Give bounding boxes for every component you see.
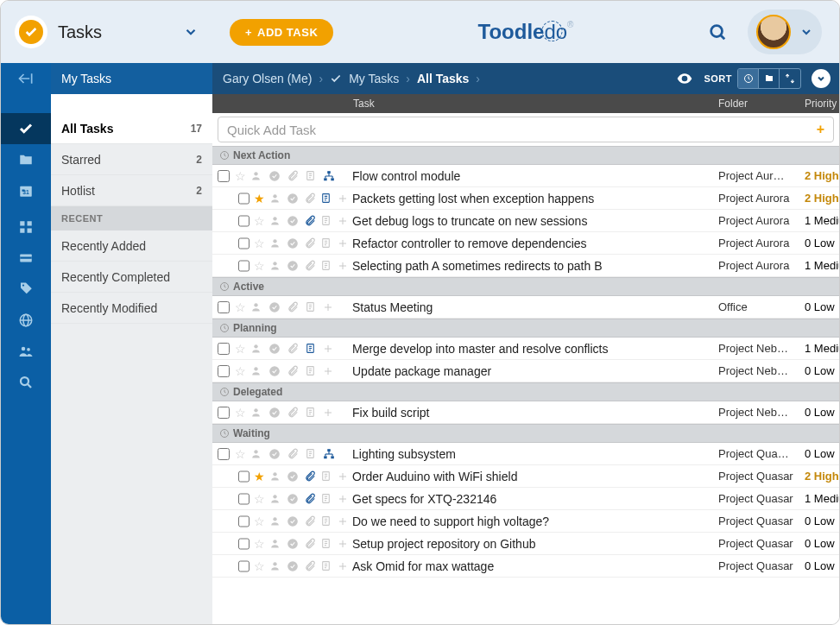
task-row[interactable]: ☆ Update package manager Project Neb… 0 …: [212, 360, 839, 382]
note-icon[interactable]: [320, 260, 335, 271]
rail-item-people[interactable]: [1, 336, 51, 367]
status-icon[interactable]: [268, 170, 284, 182]
note-icon[interactable]: [305, 343, 320, 354]
task-title[interactable]: Order Auduino with WiFi shield: [352, 470, 718, 483]
sort-by-priority[interactable]: [780, 69, 800, 88]
task-folder[interactable]: Project Quasar: [718, 470, 805, 483]
drag-handle-icon[interactable]: [338, 261, 352, 271]
task-checkbox[interactable]: [218, 448, 230, 460]
status-icon[interactable]: [287, 237, 301, 249]
person-icon[interactable]: [269, 538, 284, 549]
task-checkbox[interactable]: [238, 215, 249, 227]
task-title[interactable]: Ask Omid for max wattage: [352, 559, 718, 573]
sidebar-item[interactable]: Recently Added: [51, 230, 212, 262]
note-icon[interactable]: [320, 538, 335, 549]
task-title[interactable]: Get debug logs to truncate on new sessio…: [352, 214, 718, 228]
star-icon[interactable]: ☆: [232, 406, 248, 420]
rail-item-calendar[interactable]: 31: [1, 175, 51, 206]
attachment-icon[interactable]: [304, 237, 319, 249]
task-checkbox[interactable]: [238, 560, 249, 572]
person-icon[interactable]: [250, 301, 266, 312]
task-folder[interactable]: Project Qua…: [718, 447, 805, 460]
task-checkbox[interactable]: [238, 260, 249, 272]
task-checkbox[interactable]: [218, 365, 230, 377]
rail-item-card[interactable]: [1, 243, 51, 274]
person-icon[interactable]: [250, 343, 266, 354]
task-folder[interactable]: Project Quasar: [718, 537, 805, 550]
task-title[interactable]: Selecting path A sometimes redirects to …: [352, 259, 718, 273]
task-row[interactable]: ☆ Lighting subsystem Project Qua… 0 Low: [212, 443, 839, 465]
star-icon[interactable]: ☆: [232, 300, 248, 314]
sidebar-item[interactable]: Starred2: [51, 144, 212, 175]
task-title[interactable]: Status Meeting: [352, 300, 718, 314]
status-icon[interactable]: [287, 260, 301, 272]
task-priority[interactable]: 0 Low: [805, 537, 839, 550]
person-icon[interactable]: [269, 515, 284, 527]
task-folder[interactable]: Project Aurora: [718, 237, 805, 249]
star-icon[interactable]: ☆: [232, 169, 248, 183]
task-priority[interactable]: 0 Low: [805, 406, 839, 419]
task-priority[interactable]: 0 Low: [805, 237, 839, 249]
task-title[interactable]: Merge develop into master and resolve co…: [352, 342, 718, 356]
star-icon[interactable]: ☆: [252, 559, 267, 573]
task-folder[interactable]: Project Quasar: [718, 492, 805, 505]
drag-handle-icon[interactable]: [338, 471, 352, 482]
drag-handle-icon[interactable]: [323, 344, 338, 354]
note-icon[interactable]: [320, 193, 335, 204]
task-priority[interactable]: 1 Medium: [805, 259, 839, 272]
star-icon[interactable]: ☆: [252, 214, 267, 228]
column-priority[interactable]: Priority: [805, 94, 839, 113]
sort-by-folder[interactable]: [759, 69, 780, 88]
person-icon[interactable]: [269, 260, 284, 271]
attachment-icon[interactable]: [304, 470, 319, 483]
task-row[interactable]: ☆ Selecting path A sometimes redirects t…: [212, 255, 839, 277]
plus-icon[interactable]: +: [817, 122, 824, 137]
person-icon[interactable]: [250, 407, 266, 418]
sidebar-item[interactable]: Recently Modified: [51, 293, 212, 324]
subtasks-icon[interactable]: [323, 448, 338, 460]
rail-item-tasks[interactable]: [1, 113, 51, 144]
attachment-icon[interactable]: [287, 448, 302, 460]
attachment-icon[interactable]: [304, 515, 319, 527]
note-icon[interactable]: [305, 448, 320, 459]
drag-handle-icon[interactable]: [338, 193, 352, 204]
sidebar-item[interactable]: All Tasks17: [51, 113, 212, 144]
attachment-icon[interactable]: [287, 365, 302, 377]
expand-options-button[interactable]: [812, 69, 831, 88]
status-icon[interactable]: [268, 407, 284, 419]
drag-handle-icon[interactable]: [338, 216, 352, 226]
task-folder[interactable]: Project Neb…: [718, 364, 805, 377]
group-header[interactable]: Next Action: [212, 146, 839, 165]
attachment-icon[interactable]: [304, 493, 319, 505]
header-section-selector[interactable]: Tasks: [1, 1, 212, 63]
drag-handle-icon[interactable]: [338, 494, 352, 504]
status-icon[interactable]: [268, 365, 284, 377]
task-row[interactable]: ☆ Refactor controller to remove dependen…: [212, 232, 839, 255]
attachment-icon[interactable]: [287, 301, 302, 313]
sidebar-item[interactable]: Hotlist2: [51, 175, 212, 206]
person-icon[interactable]: [269, 493, 284, 504]
note-icon[interactable]: [320, 515, 335, 527]
rail-item-grid[interactable]: [1, 211, 51, 243]
task-title[interactable]: Do we need to support high voltage?: [352, 515, 718, 528]
drag-handle-icon[interactable]: [338, 539, 352, 549]
task-title[interactable]: Fix build script: [352, 406, 718, 420]
task-row[interactable]: ☆ Merge develop into master and resolve …: [212, 338, 839, 360]
note-icon[interactable]: [305, 407, 320, 418]
star-icon[interactable]: ★: [252, 192, 267, 205]
person-icon[interactable]: [269, 193, 284, 204]
drag-handle-icon[interactable]: [323, 366, 338, 376]
note-icon[interactable]: [320, 560, 335, 571]
attachment-icon[interactable]: [304, 193, 319, 205]
task-priority[interactable]: 0 Low: [805, 364, 839, 377]
task-folder[interactable]: Project Aurora: [718, 214, 805, 227]
person-icon[interactable]: [269, 237, 284, 249]
task-row[interactable]: ☆ Flow control module Project Aur… 2 Hig…: [212, 165, 839, 187]
task-title[interactable]: Flow control module: [352, 169, 718, 183]
drag-handle-icon[interactable]: [338, 516, 352, 527]
person-icon[interactable]: [250, 448, 266, 459]
star-icon[interactable]: ☆: [252, 259, 267, 273]
rail-item-search[interactable]: [1, 367, 51, 398]
person-icon[interactable]: [269, 560, 284, 571]
star-icon[interactable]: ☆: [252, 537, 267, 551]
